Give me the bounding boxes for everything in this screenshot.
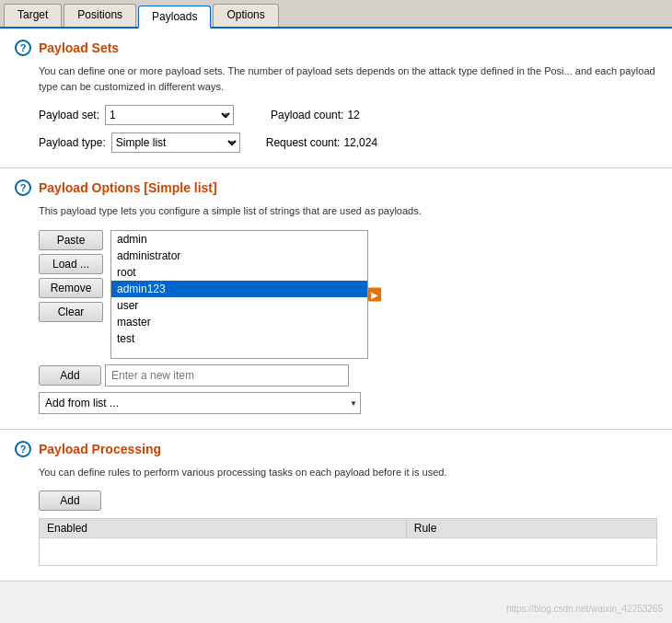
add-from-list-row: Add from list ... [39, 392, 657, 414]
payload-sets-header: ? Payload Sets [15, 40, 657, 56]
payload-type-select[interactable]: Simple list Runtime file Custom iterator [111, 133, 240, 153]
payload-sets-section: ? Payload Sets You can define one or mor… [0, 29, 672, 168]
list-item[interactable]: admin123 [111, 281, 367, 297]
watermark: https://blog.csdn.net/waixin_42253265 [506, 604, 663, 614]
tab-positions[interactable]: Positions [64, 4, 136, 27]
payload-options-help-icon[interactable]: ? [15, 179, 31, 196]
col-rule: Rule [406, 519, 656, 538]
list-item[interactable]: test [111, 330, 367, 347]
payload-set-select[interactable]: 1 2 [105, 105, 234, 125]
table-row-empty [40, 538, 657, 566]
payload-set-label: Payload set: [39, 109, 99, 121]
list-item[interactable]: root [111, 264, 367, 281]
payload-list-container: adminadministratorrootadmin123usermaster… [110, 230, 368, 359]
payload-list[interactable]: adminadministratorrootadmin123usermaster… [110, 230, 368, 359]
payload-processing-header: ? Payload Processing [15, 441, 657, 457]
payload-btn-group: Paste Load ... Remove Clear [39, 230, 103, 359]
list-item[interactable]: user [111, 297, 367, 314]
payload-sets-title: Payload Sets [39, 40, 119, 55]
load-button[interactable]: Load ... [39, 254, 103, 274]
tab-options[interactable]: Options [213, 4, 278, 27]
payload-area: Paste Load ... Remove Clear adminadminis… [39, 230, 657, 359]
payload-sets-help-icon[interactable]: ? [15, 40, 31, 56]
tab-bar: Target Positions Payloads Options [0, 0, 672, 29]
clear-button[interactable]: Clear [39, 302, 103, 322]
add-item-input[interactable] [105, 364, 349, 386]
col-enabled: Enabled [40, 519, 407, 538]
request-count-value: 12,024 [343, 136, 377, 149]
content-area: ? Payload Sets You can define one or mor… [0, 29, 672, 582]
add-from-list-select[interactable]: Add from list ... [39, 392, 361, 414]
payload-processing-section: ? Payload Processing You can define rule… [0, 430, 672, 583]
payload-processing-desc: You can define rules to perform various … [39, 465, 657, 480]
add-button[interactable]: Add [39, 365, 101, 386]
payload-processing-title: Payload Processing [39, 442, 161, 456]
payload-count-label: Payload count: [271, 109, 343, 121]
list-item[interactable]: administrator [111, 248, 367, 264]
payload-processing-help-icon[interactable]: ? [15, 441, 31, 457]
payload-options-section: ? Payload Options [Simple list] This pay… [0, 168, 672, 430]
list-scroll-arrow[interactable]: ▶ [368, 287, 381, 301]
payload-sets-desc: You can define one or more payload sets.… [39, 63, 657, 94]
list-item[interactable]: master [111, 314, 367, 330]
list-item[interactable]: admin [111, 231, 367, 248]
proc-add-row: Add [39, 490, 657, 511]
payload-options-title: Payload Options [Simple list] [39, 180, 217, 195]
paste-button[interactable]: Paste [39, 230, 103, 250]
request-count-label: Request count: [266, 136, 341, 149]
remove-button[interactable]: Remove [39, 278, 103, 298]
processing-table: Enabled Rule [39, 518, 657, 566]
payload-options-header: ? Payload Options [Simple list] [15, 179, 657, 196]
tab-target[interactable]: Target [4, 4, 62, 27]
proc-add-button[interactable]: Add [39, 490, 101, 511]
payload-count-value: 12 [347, 109, 359, 121]
payload-type-label: Payload type: [39, 136, 106, 149]
tab-payloads[interactable]: Payloads [138, 6, 211, 29]
payload-options-desc: This payload type lets you configure a s… [39, 203, 657, 219]
add-row: Add [39, 364, 657, 386]
